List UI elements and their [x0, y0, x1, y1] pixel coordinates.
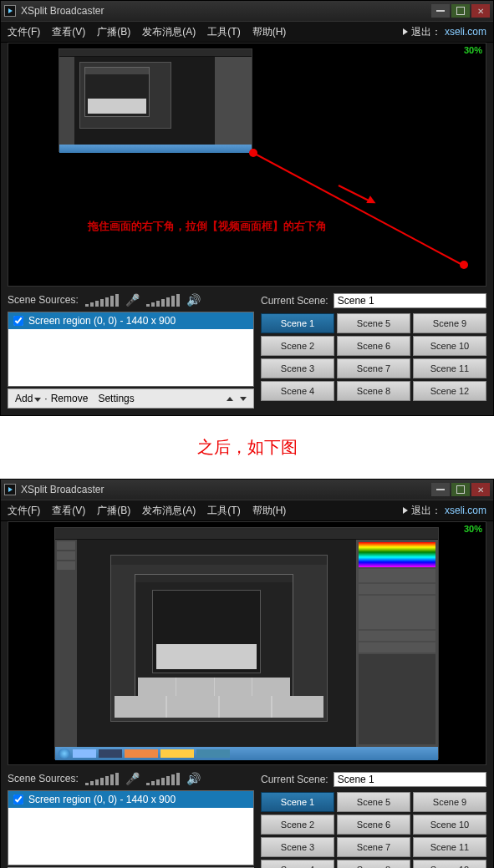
scene-button-11[interactable]: Scene 11	[413, 358, 486, 378]
app-icon	[4, 484, 16, 495]
scene-button-3[interactable]: Scene 3	[261, 837, 334, 857]
scene-button-11[interactable]: Scene 11	[413, 837, 486, 857]
menu-view[interactable]: 查看(V)	[52, 25, 85, 39]
mic-level-meter[interactable]	[85, 293, 119, 307]
scene-sources-label: Scene Sources:	[8, 773, 79, 784]
controls-panel: Scene Sources: 🎤 🔊 Screen region (0, 0) …	[1, 287, 493, 415]
settings-button[interactable]: Settings	[98, 393, 134, 404]
preview-percent: 30%	[464, 45, 482, 55]
source-item[interactable]: Screen region (0, 0) - 1440 x 900	[8, 791, 253, 808]
scene-button-8[interactable]: Scene 8	[337, 860, 410, 868]
scene-button-9[interactable]: Scene 9	[413, 792, 486, 812]
menu-file[interactable]: 文件(F)	[8, 25, 40, 39]
app-title: XSplit Broadcaster	[21, 5, 104, 17]
current-scene-label: Current Scene:	[261, 774, 328, 785]
preview-percent: 30%	[464, 524, 482, 534]
titlebar[interactable]: XSplit Broadcaster	[1, 1, 493, 21]
svg-line-0	[253, 153, 464, 266]
maximize-button[interactable]	[451, 4, 470, 18]
menu-publish[interactable]: 发布消息(A)	[142, 25, 196, 39]
scene-button-2[interactable]: Scene 2	[261, 336, 334, 356]
mic-level-meter[interactable]	[85, 772, 119, 785]
source-list[interactable]: Screen region (0, 0) - 1440 x 900	[8, 790, 254, 865]
menu-publish[interactable]: 发布消息(A)	[142, 504, 196, 518]
separator-caption: 之后，如下图	[0, 416, 494, 479]
drag-handle-end	[460, 261, 468, 269]
preview-canvas[interactable]: 30%	[8, 521, 486, 765]
exit-link[interactable]: xseli.com	[445, 505, 486, 516]
scene-button-7[interactable]: Scene 7	[337, 837, 410, 857]
speaker-icon[interactable]: 🔊	[186, 772, 201, 785]
exit-arrow-icon	[403, 507, 408, 514]
speaker-level-meter[interactable]	[146, 293, 180, 307]
scene-button-6[interactable]: Scene 6	[337, 336, 410, 356]
scene-grid: Scene 1 Scene 5 Scene 9 Scene 2 Scene 6 …	[261, 792, 486, 868]
drag-arrow-icon	[366, 195, 378, 207]
preview-canvas[interactable]: 30%	[8, 43, 486, 287]
menubar: 文件(F) 查看(V) 广播(B) 发布消息(A) 工具(T) 帮助(H) 退出…	[1, 21, 493, 43]
source-item[interactable]: Screen region (0, 0) - 1440 x 900	[8, 312, 253, 329]
remove-button[interactable]: Remove	[51, 393, 89, 404]
menu-help[interactable]: 帮助(H)	[252, 504, 287, 518]
app-icon	[4, 5, 16, 17]
scene-button-4[interactable]: Scene 4	[261, 381, 334, 401]
captured-source-expanded[interactable]	[54, 527, 439, 759]
exit-label: 退出：	[411, 25, 441, 39]
scene-button-5[interactable]: Scene 5	[337, 792, 410, 812]
source-checkbox[interactable]	[13, 794, 23, 805]
scene-button-2[interactable]: Scene 2	[261, 815, 334, 835]
source-toolbar: Add · Remove Settings	[8, 388, 254, 409]
minimize-button[interactable]	[431, 483, 450, 496]
audio-row: Scene Sources: 🎤 🔊	[8, 770, 254, 787]
source-checkbox[interactable]	[13, 316, 23, 326]
scene-sources-label: Scene Sources:	[8, 294, 79, 306]
close-button[interactable]	[471, 483, 490, 496]
speaker-level-meter[interactable]	[146, 772, 180, 785]
scene-button-1[interactable]: Scene 1	[261, 313, 334, 333]
scene-button-7[interactable]: Scene 7	[337, 358, 410, 378]
move-down-icon[interactable]	[240, 397, 247, 401]
mic-icon[interactable]: 🎤	[125, 293, 140, 307]
menu-broadcast[interactable]: 广播(B)	[97, 504, 130, 518]
minimize-button[interactable]	[431, 4, 450, 18]
speaker-icon[interactable]: 🔊	[186, 293, 201, 307]
mic-icon[interactable]: 🎤	[125, 772, 140, 785]
menu-tools[interactable]: 工具(T)	[207, 25, 240, 39]
menu-broadcast[interactable]: 广播(B)	[97, 25, 130, 39]
exit-arrow-icon	[403, 28, 408, 35]
source-list[interactable]: Screen region (0, 0) - 1440 x 900	[8, 312, 254, 387]
move-up-icon[interactable]	[227, 397, 233, 401]
source-item-label: Screen region (0, 0) - 1440 x 900	[28, 794, 176, 805]
app-title: XSplit Broadcaster	[21, 484, 104, 495]
scene-button-8[interactable]: Scene 8	[337, 381, 410, 401]
source-item-label: Screen region (0, 0) - 1440 x 900	[28, 315, 176, 327]
scene-button-6[interactable]: Scene 6	[337, 815, 410, 835]
drag-handle-start	[249, 149, 257, 157]
annotation-text: 拖住画面的右下角，拉倒【视频画面框】的右下角	[88, 219, 327, 234]
exit-label: 退出：	[411, 504, 441, 518]
scene-button-10[interactable]: Scene 10	[413, 815, 486, 835]
close-button[interactable]	[471, 4, 490, 18]
scene-button-3[interactable]: Scene 3	[261, 358, 334, 378]
controls-panel: Scene Sources: 🎤 🔊 Screen region (0, 0) …	[1, 765, 493, 868]
add-button[interactable]: Add	[15, 393, 41, 404]
menu-help[interactable]: 帮助(H)	[252, 25, 287, 39]
scene-button-10[interactable]: Scene 10	[413, 336, 486, 356]
scene-button-9[interactable]: Scene 9	[413, 313, 486, 333]
current-scene-input[interactable]	[334, 293, 486, 308]
audio-row: Scene Sources: 🎤 🔊	[8, 292, 254, 308]
captured-source[interactable]	[59, 48, 252, 152]
scene-button-12[interactable]: Scene 12	[413, 381, 486, 401]
titlebar[interactable]: XSplit Broadcaster	[1, 480, 493, 500]
exit-link[interactable]: xseli.com	[445, 26, 486, 38]
menu-tools[interactable]: 工具(T)	[207, 504, 240, 518]
menu-file[interactable]: 文件(F)	[8, 504, 40, 518]
current-scene-input[interactable]	[334, 772, 486, 787]
scene-button-4[interactable]: Scene 4	[261, 860, 334, 868]
menubar: 文件(F) 查看(V) 广播(B) 发布消息(A) 工具(T) 帮助(H) 退出…	[1, 500, 493, 521]
menu-view[interactable]: 查看(V)	[52, 504, 85, 518]
maximize-button[interactable]	[451, 483, 470, 496]
scene-button-5[interactable]: Scene 5	[337, 313, 410, 333]
scene-button-1[interactable]: Scene 1	[261, 792, 334, 812]
scene-button-12[interactable]: Scene 12	[413, 860, 486, 868]
